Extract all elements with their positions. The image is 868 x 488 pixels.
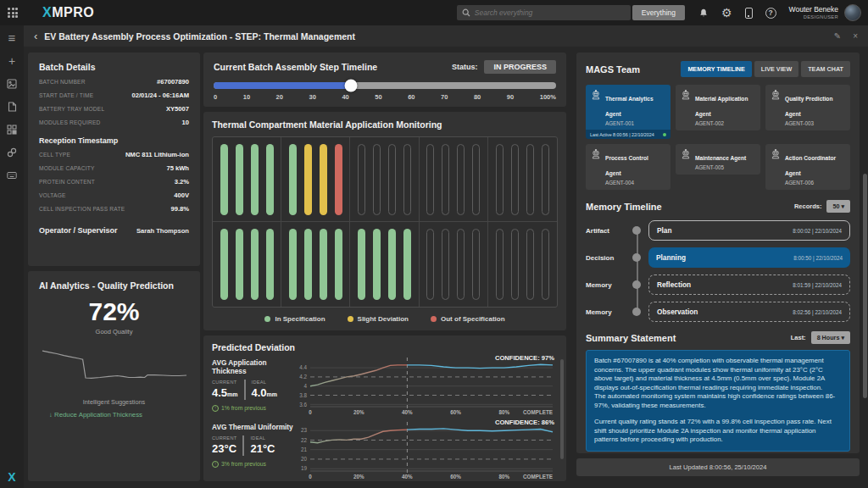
uniformity-current: CURRENT 23°C: [212, 435, 242, 456]
agent-card-003[interactable]: Quality Prediction AgentAGENT-003: [765, 85, 850, 130]
menu-icon[interactable]: ≡: [6, 32, 18, 43]
module-bar-ok: [236, 144, 243, 215]
svg-text:20%: 20%: [353, 474, 364, 480]
add-icon[interactable]: +: [6, 55, 18, 66]
app-grid-icon[interactable]: [8, 8, 18, 18]
link-icon[interactable]: [6, 147, 18, 158]
legend-in-spec: In Specification: [264, 315, 325, 323]
slider-tick-label: 0: [214, 93, 217, 101]
page-scrollbar[interactable]: [863, 174, 867, 398]
quality-title: AI Analytics - Quality Prediction: [39, 280, 189, 291]
settings-gear-icon[interactable]: ⚙: [721, 7, 732, 19]
module-bar-empty: [426, 229, 434, 300]
slider-tick-label: 20: [276, 93, 283, 101]
slider-tick-label: 40: [342, 93, 348, 101]
batch-details-title: Batch Details: [39, 62, 189, 72]
user-role: DESIGNUSER: [789, 14, 838, 20]
user-menu[interactable]: Wouter Beneke DESIGNUSER: [789, 6, 838, 19]
slider-tick-label: 60: [408, 93, 415, 101]
timeline-entry-box[interactable]: Planning8:00:50 | 22/10/2024: [648, 247, 850, 268]
dashboard-icon[interactable]: [6, 78, 18, 89]
svg-text:0: 0: [309, 409, 312, 415]
last-updated-text: Last Updated 8:00:56, 25/10/2024: [670, 463, 767, 471]
module-bar-ok: [220, 229, 228, 300]
slider-tick-label: 30: [309, 93, 316, 101]
online-dot: [663, 133, 666, 136]
module-bar-ok: [335, 229, 342, 300]
device-icon[interactable]: [745, 8, 753, 19]
module-bar-empty: [403, 144, 411, 215]
xmpro-rail-logo[interactable]: X: [0, 470, 24, 484]
slider-tick-label: 80: [474, 93, 481, 101]
records-dropdown[interactable]: 50 ▾: [826, 200, 850, 213]
module-group: [281, 222, 350, 307]
slider-tick-label: 70: [441, 93, 448, 101]
panel-scrollbar[interactable]: [560, 359, 564, 459]
module-bar-ok: [251, 144, 259, 215]
module-bar-ok: [220, 144, 228, 215]
timeline-node: [632, 280, 641, 289]
agent-card-002[interactable]: Material Application AgentAGENT-002: [676, 85, 760, 130]
step-timeline-panel: Current Batch Assembly Step Timeline Sta…: [203, 53, 566, 107]
module-bar-warn: [320, 144, 327, 215]
edit-icon[interactable]: ✎: [834, 31, 841, 41]
keyboard-icon[interactable]: [6, 169, 18, 180]
monitoring-legend: In Specification Slight Deviation Out of…: [212, 315, 558, 323]
last-dropdown[interactable]: 8 Hours ▾: [811, 331, 850, 344]
mags-tabs: MEMORY TIMELINE LIVE VIEW TEAM CHAT: [681, 61, 850, 77]
svg-text:4.4: 4.4: [299, 364, 307, 370]
agent-last-active: Last Active 8:00:56 | 22/10/2024: [586, 130, 670, 139]
agent-card-001[interactable]: Thermal Analytics AgentAGENT-001 Last Ac…: [586, 85, 670, 139]
module-bar-empty: [526, 229, 534, 300]
search-input[interactable]: [475, 8, 626, 17]
left-icon-rail: ≡ + X: [0, 25, 24, 488]
module-bar-empty: [511, 229, 519, 300]
thickness-ideal: IDEAL 4.0mm: [244, 380, 278, 400]
blocks-icon[interactable]: [6, 124, 18, 135]
help-icon[interactable]: ?: [765, 8, 776, 19]
quality-subtitle: Good Quality: [39, 328, 189, 336]
module-bar-empty: [542, 144, 549, 215]
avatar[interactable]: [844, 4, 861, 21]
search-box[interactable]: [457, 5, 631, 20]
status-label: Status:: [452, 63, 478, 71]
progress-slider[interactable]: [214, 82, 556, 89]
robot-icon: [681, 89, 691, 126]
module-bar-empty: [472, 229, 480, 300]
summary-paragraph: Batch #67007890 is at 40% completion wit…: [594, 357, 842, 392]
tab-memory-timeline[interactable]: MEMORY TIMELINE: [681, 61, 751, 77]
module-group: [350, 222, 419, 307]
records-label: Records:: [794, 202, 822, 210]
search-scope-button[interactable]: Everything: [632, 5, 685, 20]
agent-card-005[interactable]: Maintenance AgentAGENT-005: [676, 144, 760, 175]
summary-statement-box: Batch #67007890 is at 40% completion wit…: [586, 350, 850, 452]
memory-timeline-section: Memory Timeline Records: 50 ▾ Artifact P…: [586, 200, 850, 323]
module-bar-ok: [289, 144, 297, 215]
slider-tick-label: 90: [507, 93, 514, 101]
back-chevron-icon[interactable]: ‹: [34, 30, 37, 42]
document-icon[interactable]: [6, 101, 18, 112]
module-bar-empty: [457, 144, 465, 215]
module-bar-ok: [251, 229, 259, 300]
notifications-bell-icon[interactable]: [698, 8, 709, 19]
module-bar-ok: [373, 229, 381, 300]
timeline-entry-box[interactable]: Observation8:02:56 | 22/10/2024: [648, 302, 850, 322]
module-bar-err: [335, 144, 342, 215]
progress-knob[interactable]: [344, 80, 357, 92]
tab-team-chat[interactable]: TEAM CHAT: [801, 61, 850, 77]
timeline-entry-box[interactable]: Reflection8:01:59 | 22/10/2024: [648, 274, 850, 295]
suggestion-link[interactable]: ↓ Reduce Application Thickness: [39, 411, 189, 419]
svg-text:3.8: 3.8: [299, 392, 307, 398]
tab-live-view[interactable]: LIVE VIEW: [754, 61, 798, 77]
timeline-entry-plan: Artifact Plan8:00:02 | 22/10/2024: [586, 219, 850, 241]
thickness-name: AVG Application Thickness: [212, 359, 293, 376]
timeline-node: [632, 308, 641, 316]
robot-icon: [771, 148, 781, 186]
agent-card-006[interactable]: Action Coordinator AgentAGENT-006: [765, 144, 850, 190]
thermal-monitoring-panel: Thermal Compartment Material Application…: [203, 112, 566, 330]
agent-card-004[interactable]: Process Control AgentAGENT-004: [586, 144, 670, 190]
close-icon[interactable]: ×: [853, 31, 858, 41]
timeline-entry-box[interactable]: Plan8:00:02 | 22/10/2024: [648, 220, 850, 241]
robot-icon: [771, 89, 781, 126]
svg-text:40%: 40%: [402, 409, 413, 415]
